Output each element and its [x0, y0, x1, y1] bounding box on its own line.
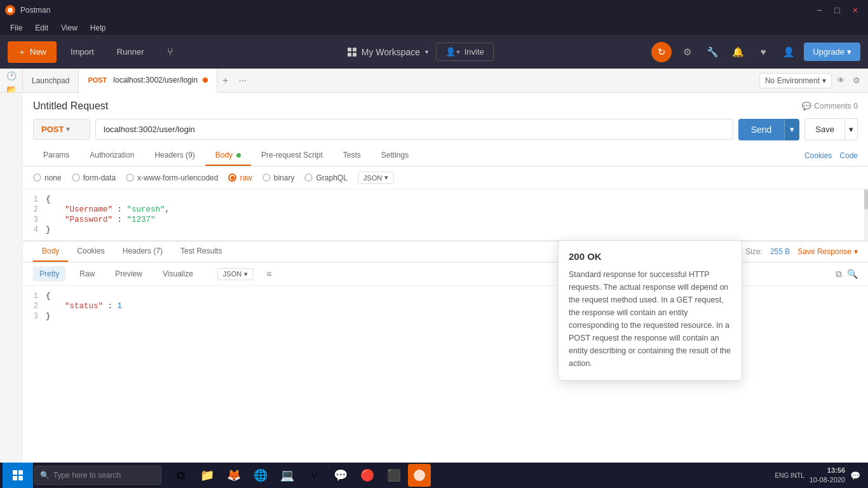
request-title-row: Untitled Request 💬 Comments 0 [33, 100, 858, 112]
launchpad-tab[interactable]: Launchpad [23, 69, 79, 92]
tabs-bar: 🕐 📂 👥 Launchpad POST localhost:3002/user… [0, 69, 868, 93]
sub-tab-tests[interactable]: Tests [333, 146, 371, 166]
json-format-label: JSON [363, 174, 382, 182]
menu-edit[interactable]: Edit [30, 22, 53, 34]
svg-rect-3 [13, 476, 17, 480]
cookies-button[interactable]: Cookies [804, 151, 832, 160]
upgrade-button[interactable]: Upgrade ▾ [804, 43, 860, 61]
invite-button[interactable]: 👤+ Invite [436, 43, 494, 61]
copy-response-button[interactable]: ⧉ [836, 269, 842, 280]
response-tab-cookies[interactable]: Cookies [68, 241, 113, 262]
taskbar-search[interactable]: 🔍 Type here to search [34, 466, 161, 485]
resp-list-icon[interactable]: ≡ [266, 269, 271, 279]
env-settings-button[interactable]: ⚙ [850, 74, 863, 86]
firefox-icon[interactable]: 🦊 [221, 463, 247, 488]
edge-icon[interactable]: 🌐 [248, 463, 273, 488]
radio-form-data[interactable]: form-data [72, 173, 116, 182]
response-tab-body[interactable]: Body [33, 241, 68, 262]
method-select[interactable]: POST ▾ [33, 119, 90, 140]
size-value: 255 B [770, 247, 790, 256]
resp-format-button[interactable]: ≡ [266, 269, 271, 279]
response-tab-test-results[interactable]: Test Results [172, 241, 231, 262]
send-dropdown-button[interactable]: ▾ [784, 119, 799, 140]
json-format-select[interactable]: JSON ▾ [358, 172, 394, 184]
chevron-down-icon: ▾ [847, 47, 851, 57]
sub-tab-params[interactable]: Params [33, 146, 79, 166]
save-dropdown-button[interactable]: ▾ [845, 118, 858, 140]
comments-area[interactable]: 💬 Comments 0 [802, 102, 858, 111]
editor-scrollbar[interactable] [864, 189, 868, 240]
app-title: Postman [20, 6, 50, 15]
user-avatar[interactable]: 👤 [778, 42, 799, 62]
response-tab-headers[interactable]: Headers (7) [114, 241, 172, 262]
request-body-editor[interactable]: 1 { 2 "Username" : "suresh", 3 "Password… [23, 189, 868, 241]
bell-icon[interactable]: 🔔 [728, 42, 748, 62]
url-bar: POST ▾ Send ▾ Save ▾ [33, 118, 858, 140]
colon-sep: : [108, 302, 118, 311]
radio-form-data-label: form-data [83, 173, 116, 182]
vscode-icon[interactable]: 💻 [275, 463, 300, 488]
request-sub-tabs: Params Authorization Headers (9) Body Pr… [23, 146, 868, 166]
radio-binary[interactable]: binary [262, 173, 295, 182]
minimize-button[interactable]: − [811, 4, 827, 17]
comments-count: 0 [853, 102, 858, 111]
username-value: "suresh" [127, 205, 165, 214]
close-button[interactable]: × [848, 4, 863, 17]
discord-icon[interactable]: 💬 [328, 463, 353, 488]
save-response-button[interactable]: Save Response ▾ [797, 247, 858, 256]
resp-preview-tab[interactable]: Preview [109, 266, 149, 281]
start-button[interactable] [3, 463, 33, 488]
runner-button[interactable]: Runner [108, 42, 153, 62]
svg-point-0 [8, 8, 13, 13]
save-button[interactable]: Save [804, 118, 845, 140]
workspace-button[interactable]: My Workspace ▾ [340, 43, 436, 61]
heart-icon[interactable]: ♥ [753, 42, 773, 62]
terminal-icon[interactable]: ⬛ [381, 463, 407, 488]
env-eye-button[interactable]: 👁 [834, 74, 848, 86]
sub-tab-pre-request[interactable]: Pre-request Script [251, 146, 333, 166]
taskview-button[interactable]: ⧉ [168, 463, 193, 488]
file-explorer-icon[interactable]: 📁 [194, 463, 220, 488]
sub-tab-settings[interactable]: Settings [371, 146, 419, 166]
new-button[interactable]: ＋ New [8, 41, 57, 63]
postman-taskbar-icon[interactable] [408, 464, 431, 487]
body-dot-indicator [236, 153, 241, 158]
send-button[interactable]: Send [738, 119, 785, 140]
request-tab[interactable]: POST localhost:3002/user/login [79, 69, 217, 93]
resp-visualize-tab[interactable]: Visualize [156, 266, 200, 281]
environment-select[interactable]: No Environment ▾ [759, 73, 832, 88]
menu-view[interactable]: View [56, 22, 83, 34]
radio-urlencoded[interactable]: x-www-form-urlencoded [126, 173, 218, 182]
search-response-button[interactable]: 🔍 [847, 269, 858, 280]
fork-button[interactable]: ⑂ [158, 41, 182, 63]
more-tabs-button[interactable]: ··· [233, 69, 252, 92]
add-tab-button[interactable]: + [217, 69, 233, 92]
settings-icon[interactable]: ⚙ [677, 42, 697, 62]
svg-point-5 [414, 470, 425, 481]
maximize-button[interactable]: □ [829, 4, 844, 17]
menu-file[interactable]: File [5, 22, 27, 34]
notification-icon[interactable]: 💬 [850, 471, 860, 480]
comment-icon: 💬 [802, 102, 811, 111]
radio-form-data-dot [72, 173, 80, 182]
resp-raw-tab[interactable]: Raw [73, 266, 101, 281]
menu-help[interactable]: Help [85, 22, 111, 34]
resp-pretty-tab[interactable]: Pretty [33, 266, 65, 281]
import-button[interactable]: Import [62, 42, 103, 62]
wrench-icon[interactable]: 🔧 [702, 42, 722, 62]
radio-none[interactable]: none [33, 173, 62, 182]
sub-tab-body[interactable]: Body [205, 146, 251, 166]
sidebar-history-icon[interactable]: 🕐 [3, 71, 20, 81]
url-input[interactable] [95, 119, 733, 140]
sync-button[interactable]: ↻ [651, 42, 672, 62]
radio-raw[interactable]: raw [228, 173, 252, 182]
radio-binary-label: binary [274, 173, 295, 182]
sub-tab-headers[interactable]: Headers (9) [144, 146, 205, 166]
resp-json-select[interactable]: JSON ▾ [212, 268, 254, 280]
request-title: Untitled Request [33, 100, 108, 112]
sub-tab-authorization[interactable]: Authorization [79, 146, 144, 166]
code-button[interactable]: Code [839, 151, 858, 160]
git-icon[interactable]: ⑂ [301, 463, 327, 488]
radio-graphql[interactable]: GraphQL [304, 173, 347, 182]
app-icon-8[interactable]: 🔴 [355, 463, 380, 488]
